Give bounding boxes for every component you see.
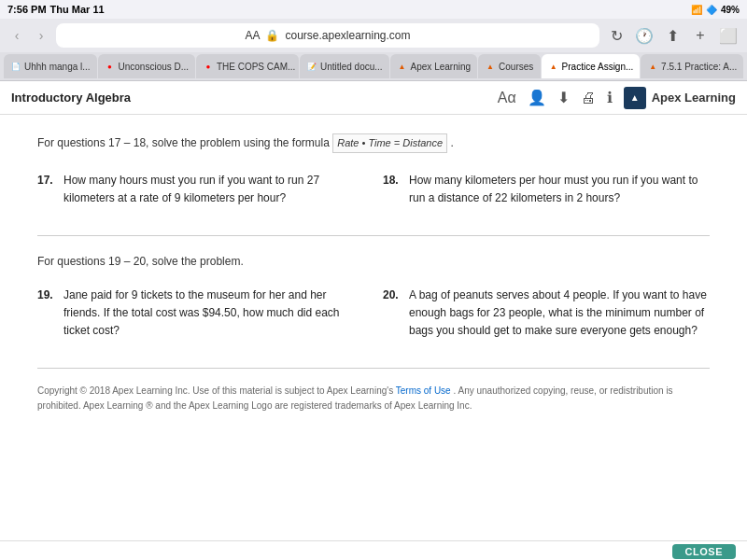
- tab-untitled[interactable]: 📝 Untitled docu...: [300, 54, 389, 78]
- section1-header: For questions 17 – 18, solve the problem…: [37, 133, 710, 153]
- tab-unconscious-favicon: ●: [106, 62, 115, 71]
- question-17-num: 17.: [37, 172, 56, 207]
- tab-unconscious[interactable]: ● Unconscious D...: [98, 54, 195, 78]
- wifi-icon: 📶: [691, 5, 702, 15]
- section2-header: For questions 19 – 20, solve the problem…: [37, 255, 710, 268]
- section1-intro: For questions 17 – 18, solve the problem…: [37, 136, 330, 149]
- copyright-text1: Copyright © 2018 Apex Learning Inc. Use …: [37, 385, 393, 396]
- formula-label: Rate • Time = Distance: [332, 133, 447, 153]
- question-20: 20. A bag of peanuts serves about 4 peop…: [383, 287, 710, 341]
- clock-button[interactable]: 🕐: [633, 24, 655, 47]
- section-divider: [37, 235, 710, 236]
- url-left-label: AA: [245, 29, 260, 42]
- url-bar-row: ‹ › AA 🔒 course.apexlearning.com ↻ 🕐 ⬆ +…: [0, 19, 747, 52]
- status-bar: 7:56 PM Thu Mar 11 📶 🔷 49%: [0, 0, 747, 19]
- tab-manga-label: Uhhh manga l...: [24, 62, 91, 72]
- tab-courses-favicon: ▲: [486, 62, 495, 71]
- apex-logo-mark: ▲: [624, 87, 646, 109]
- tabs-button[interactable]: ⬜: [717, 24, 740, 47]
- battery-display: 49%: [721, 5, 740, 15]
- question-19-text: Jane paid for 9 tickets to the museum fo…: [63, 287, 364, 341]
- close-button[interactable]: CLOSE: [672, 544, 736, 559]
- question-18-num: 18.: [383, 172, 402, 207]
- terms-of-use-link[interactable]: Terms of Use: [396, 385, 451, 396]
- section2-intro: For questions 19 – 20, solve the problem…: [37, 255, 244, 268]
- bluetooth-icon: 🔷: [706, 5, 717, 15]
- question-19-num: 19.: [37, 287, 56, 341]
- lock-icon: 🔒: [265, 29, 279, 42]
- tab-cops-label: THE COPS CAM...: [217, 62, 295, 72]
- date-display: Thu Mar 11: [50, 4, 105, 15]
- question-17-text: How many hours must you run if you want …: [63, 172, 364, 207]
- tab-cops[interactable]: ● THE COPS CAM...: [196, 54, 299, 78]
- question-20-num: 20.: [383, 287, 402, 341]
- tab-practice-favicon: ▲: [549, 62, 558, 71]
- time-display: 7:56 PM: [7, 4, 47, 15]
- question-19: 19. Jane paid for 9 tickets to the museu…: [37, 287, 364, 341]
- tab-practice[interactable]: ▲ Practice Assign...: [542, 54, 641, 78]
- question-20-text: A bag of peanuts serves about 4 people. …: [409, 287, 710, 341]
- tab-practice-label: Practice Assign...: [562, 62, 634, 72]
- bottom-bar: CLOSE: [0, 540, 747, 560]
- questions-grid-1: 17. How many hours must you run if you w…: [37, 172, 710, 207]
- tab-apex-label: Apex Learning: [411, 62, 472, 72]
- browser-chrome: ‹ › AA 🔒 course.apexlearning.com ↻ 🕐 ⬆ +…: [0, 19, 747, 81]
- share-button[interactable]: ⬆: [661, 24, 684, 47]
- question-18-text: How many kilometers per hour must you ru…: [409, 172, 710, 207]
- tab-untitled-label: Untitled docu...: [320, 62, 383, 72]
- toolbar-actions: Aα 👤 ⬇ 🖨 ℹ ▲ Apex Learning: [498, 87, 736, 109]
- add-person-icon[interactable]: 👤: [528, 89, 546, 106]
- new-tab-button[interactable]: +: [689, 24, 712, 47]
- page-toolbar: Introductory Algebra Aα 👤 ⬇ 🖨 ℹ ▲ Apex L…: [0, 81, 747, 115]
- tab-7-5-label: 7.5.1 Practice: A...: [661, 62, 737, 72]
- tab-courses[interactable]: ▲ Courses: [478, 54, 541, 78]
- download-icon[interactable]: ⬇: [557, 89, 570, 106]
- tab-7-5-favicon: ▲: [648, 62, 657, 71]
- tab-courses-label: Courses: [499, 62, 533, 72]
- tab-apex-learning[interactable]: ▲ Apex Learning: [390, 54, 477, 78]
- tab-apex-favicon: ▲: [398, 62, 407, 71]
- translate-icon[interactable]: Aα: [498, 90, 516, 106]
- forward-button[interactable]: ›: [32, 26, 50, 45]
- back-button[interactable]: ‹: [7, 26, 26, 45]
- url-text: course.apexlearning.com: [285, 29, 410, 42]
- question-17: 17. How many hours must you run if you w…: [37, 172, 364, 207]
- refresh-button[interactable]: ↻: [605, 24, 627, 47]
- tab-untitled-favicon: 📝: [307, 62, 317, 71]
- url-bar[interactable]: AA 🔒 course.apexlearning.com: [56, 23, 599, 48]
- page-title: Introductory Algebra: [11, 91, 131, 105]
- questions-grid-2: 19. Jane paid for 9 tickets to the museu…: [37, 287, 710, 341]
- tab-cops-favicon: ●: [204, 62, 213, 71]
- question-18: 18. How many kilometers per hour must yo…: [383, 172, 710, 207]
- apex-logo-label: Apex Learning: [652, 91, 736, 105]
- print-icon[interactable]: 🖨: [581, 90, 596, 106]
- copyright-block: Copyright © 2018 Apex Learning Inc. Use …: [37, 368, 710, 413]
- content-area: For questions 17 – 18, solve the problem…: [0, 115, 747, 540]
- info-icon[interactable]: ℹ: [607, 89, 613, 106]
- tab-manga[interactable]: 📄 Uhhh manga l...: [4, 54, 97, 78]
- tab-7-5[interactable]: ▲ 7.5.1 Practice: A...: [641, 54, 743, 78]
- tab-unconscious-label: Unconscious D...: [119, 62, 190, 72]
- section1-period: .: [450, 136, 453, 149]
- apex-logo: ▲ Apex Learning: [624, 87, 736, 109]
- tabs-row: 📄 Uhhh manga l... ● Unconscious D... ● T…: [0, 52, 747, 80]
- tab-manga-favicon: 📄: [11, 62, 21, 71]
